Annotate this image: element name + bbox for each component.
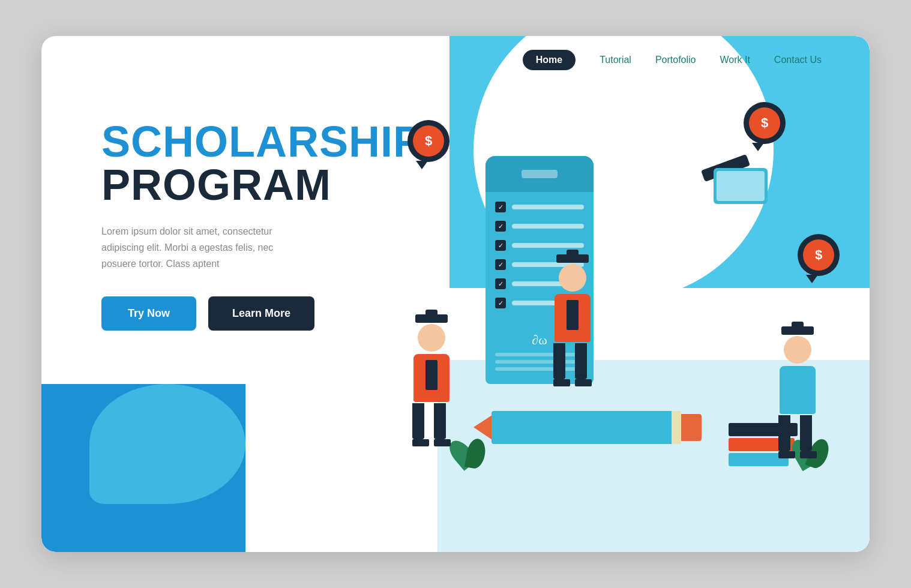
char3-legs <box>778 415 817 458</box>
char3-torso <box>780 366 816 414</box>
character-2 <box>534 264 612 420</box>
check-line-1 <box>512 205 584 209</box>
title-scholarship: SCHOLARSHIP <box>101 120 389 163</box>
char1-graduation-cap <box>415 314 448 323</box>
dollar-bubble-3: $ <box>798 234 840 276</box>
navbar: Home Tutorial Portofolio Work It Contact… <box>41 36 870 84</box>
char3-graduation-cap <box>781 326 814 335</box>
char1-leg-left-upper <box>412 403 424 439</box>
char3-leg-left <box>778 415 795 458</box>
check-row-2: ✓ <box>495 221 584 232</box>
char1-head <box>418 324 445 352</box>
char3-foot-left <box>778 451 795 458</box>
hero-buttons: Try Now Learn More <box>101 296 389 331</box>
laptop-icon <box>714 168 768 204</box>
try-now-button[interactable]: Try Now <box>101 296 196 331</box>
char1-torso <box>413 354 449 402</box>
dollar-bubble-2: $ <box>744 102 786 144</box>
nav-item-portfolio[interactable]: Portofolio <box>655 55 696 65</box>
check-icon-1: ✓ <box>495 202 506 212</box>
bg-curve-mid <box>89 384 245 504</box>
char1-shirt-detail <box>425 360 437 390</box>
laptop-screen <box>717 171 765 201</box>
check-line-3 <box>512 243 584 248</box>
doc-header-line <box>522 170 558 178</box>
leaf-2 <box>465 437 487 470</box>
char2-shirt-detail <box>567 300 579 330</box>
char2-leg-right <box>575 343 592 386</box>
check-icon-2: ✓ <box>495 221 506 232</box>
learn-more-button[interactable]: Learn More <box>208 296 314 331</box>
nav-items: Home Tutorial Portofolio Work It Contact… <box>523 50 822 70</box>
char3-foot-right <box>800 451 817 458</box>
check-icon-3: ✓ <box>495 240 506 251</box>
document-header <box>486 156 594 192</box>
char2-foot-left <box>553 379 570 386</box>
char3-leg-left-upper <box>778 415 790 451</box>
char3-head <box>784 336 811 364</box>
check-icon-6: ✓ <box>495 298 506 308</box>
char1-foot-right <box>434 439 451 446</box>
char2-leg-left-upper <box>553 343 565 379</box>
check-icon-5: ✓ <box>495 278 506 289</box>
nav-item-home[interactable]: Home <box>523 50 576 70</box>
char2-leg-right-upper <box>575 343 587 379</box>
char1-leg-right <box>434 403 451 446</box>
char2-foot-right <box>575 379 592 386</box>
check-icon-4: ✓ <box>495 259 506 270</box>
char1-foot-left <box>412 439 429 446</box>
check-row-1: ✓ <box>495 202 584 212</box>
illustration-area: $ $ $ ✓ ✓ ✓ <box>365 84 858 516</box>
hero-subtitle: Lorem ipsum dolor sit amet, consectetur … <box>101 223 305 272</box>
nav-item-tutorial[interactable]: Tutorial <box>600 55 631 65</box>
title-program: PROGRAM <box>101 163 389 206</box>
char2-head <box>559 264 586 292</box>
dollar-bubble-1: $ <box>407 120 449 162</box>
dollar-icon-2: $ <box>749 107 780 139</box>
pencil-tip <box>474 414 494 441</box>
char2-legs <box>553 343 592 386</box>
check-line-2 <box>512 224 584 229</box>
char3-leg-right-upper <box>800 415 812 451</box>
char1-leg-right-upper <box>434 403 446 439</box>
char3-leg-right <box>800 415 817 458</box>
char2-leg-left <box>553 343 570 386</box>
pencil-band <box>672 411 681 444</box>
character-3 <box>762 336 834 468</box>
char2-graduation-cap <box>556 254 589 263</box>
main-card: Home Tutorial Portofolio Work It Contact… <box>41 36 870 552</box>
nav-item-work-it[interactable]: Work It <box>720 55 750 65</box>
char1-legs <box>412 403 451 446</box>
character-1 <box>395 324 468 468</box>
nav-item-contact-us[interactable]: Contact Us <box>774 55 822 65</box>
char1-leg-left <box>412 403 429 446</box>
char2-torso <box>555 294 591 342</box>
pencil-eraser <box>681 414 702 441</box>
dollar-icon-1: $ <box>413 125 444 157</box>
dollar-icon-3: $ <box>803 239 834 271</box>
hero-content: SCHOLARSHIP PROGRAM Lorem ipsum dolor si… <box>101 120 389 331</box>
